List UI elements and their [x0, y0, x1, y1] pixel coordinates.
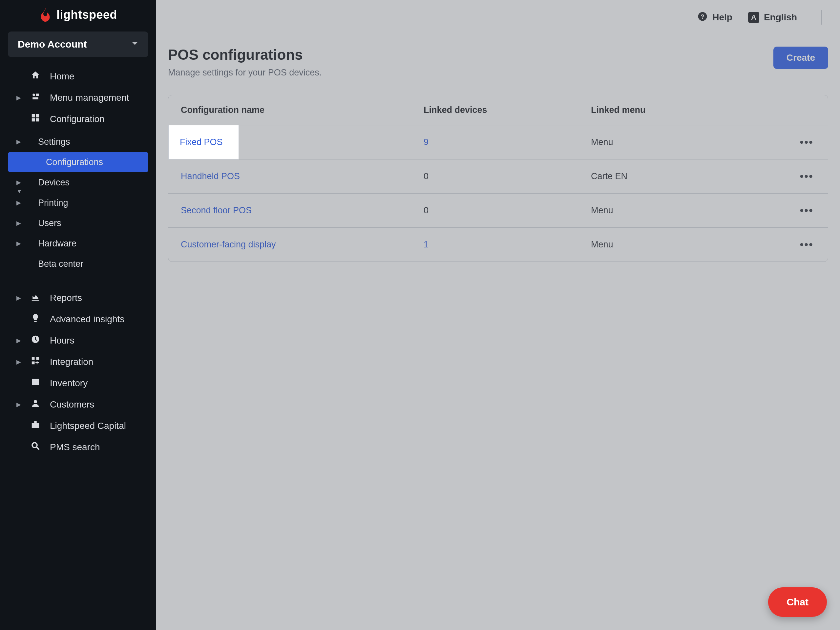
nav-menu-management[interactable]: Menu management: [0, 87, 156, 108]
nav-hardware[interactable]: Hardware: [0, 233, 156, 254]
linked-devices-count[interactable]: 1: [424, 240, 428, 249]
nav-label: Printing: [38, 198, 68, 208]
nav-advanced-insights[interactable]: Advanced insights: [0, 308, 156, 330]
nav-integration[interactable]: Integration: [0, 351, 156, 373]
language-label: English: [764, 12, 797, 23]
svg-point-0: [33, 93, 35, 96]
chevron-right-icon: ▶: [16, 358, 23, 366]
nav-settings[interactable]: Settings: [0, 131, 156, 152]
svg-rect-2: [33, 98, 38, 99]
nav-label: Users: [38, 218, 62, 228]
nav-pms-search[interactable]: PMS search: [0, 436, 156, 458]
config-name-link[interactable]: Handheld POS: [181, 171, 240, 181]
svg-rect-8: [32, 357, 35, 360]
svg-rect-1: [36, 93, 39, 96]
nav-printing[interactable]: Printing: [0, 193, 156, 213]
nav-label: Devices: [38, 177, 69, 188]
nav-configuration-children: ▶ Settings Configurations ▶ Devices ▶ Pr…: [0, 129, 156, 274]
nav-label: Settings: [38, 137, 70, 147]
nav-label: Inventory: [50, 378, 88, 388]
config-name-link[interactable]: Second floor POS: [181, 205, 252, 215]
table-row: Fixed POS9Menu•••: [168, 125, 828, 159]
sidebar: lightspeed Demo Account Home ▶ Menu mana…: [0, 0, 156, 630]
row-actions-button[interactable]: •••: [787, 194, 828, 228]
nav-label: Home: [50, 71, 74, 82]
svg-line-17: [37, 447, 39, 450]
nav-label: Hours: [50, 335, 74, 346]
row-actions-button[interactable]: •••: [787, 228, 828, 262]
svg-rect-9: [36, 357, 39, 360]
nav-label: Menu management: [50, 93, 129, 103]
svg-point-16: [32, 443, 37, 448]
svg-rect-15: [34, 421, 37, 423]
linked-devices-count[interactable]: 9: [424, 137, 428, 147]
chart-icon: [30, 292, 41, 304]
nav-label: Advanced insights: [50, 314, 124, 325]
menu-icon: [30, 92, 41, 104]
nav-lightspeed-capital[interactable]: Lightspeed Capital: [0, 415, 156, 436]
account-label: Demo Account: [18, 39, 87, 50]
language-badge-icon: A: [748, 12, 759, 23]
chevron-right-icon: ▶: [16, 199, 23, 206]
svg-rect-10: [32, 362, 35, 365]
linked-devices-count: 0: [424, 171, 428, 181]
linked-menu: Menu: [578, 194, 787, 228]
svg-rect-14: [32, 423, 39, 428]
help-label: Help: [712, 12, 733, 23]
svg-point-13: [34, 400, 37, 403]
nav-users[interactable]: Users: [0, 213, 156, 233]
nav-beta-center[interactable]: Beta center: [0, 254, 156, 274]
row-actions-button[interactable]: •••: [787, 125, 828, 159]
linked-menu: Menu: [578, 125, 787, 159]
user-icon: [30, 398, 41, 411]
th-name: Configuration name: [168, 95, 411, 125]
svg-text:?: ?: [701, 13, 704, 20]
language-switcher[interactable]: A English: [748, 12, 797, 23]
nav-devices[interactable]: Devices: [0, 172, 156, 193]
nav-configuration[interactable]: Configuration: [0, 108, 156, 129]
nav-configurations[interactable]: Configurations: [8, 152, 148, 172]
row-actions-button[interactable]: •••: [787, 159, 828, 194]
home-icon: [30, 70, 41, 82]
svg-rect-3: [32, 114, 35, 117]
svg-rect-5: [32, 118, 35, 122]
chevron-right-icon: ▶: [16, 294, 23, 302]
svg-rect-12: [32, 379, 39, 380]
brand-name: lightspeed: [57, 8, 117, 22]
nav-reports[interactable]: Reports: [0, 287, 156, 308]
nav-label: Customers: [50, 399, 94, 410]
chevron-right-icon: ▶: [16, 240, 23, 247]
table-row: Second floor POS0Menu•••: [168, 194, 828, 228]
help-button[interactable]: ? Help: [697, 11, 733, 24]
linked-menu: Carte EN: [578, 159, 787, 194]
table-row: Handheld POS0Carte EN•••: [168, 159, 828, 194]
nav-home[interactable]: Home: [0, 66, 156, 87]
briefcase-icon: [30, 420, 41, 432]
nav-label: PMS search: [50, 442, 100, 453]
svg-rect-6: [36, 118, 39, 122]
page: POS configurations Manage settings for y…: [156, 35, 840, 274]
nav-inventory[interactable]: Inventory: [0, 373, 156, 394]
linked-menu: Menu: [578, 228, 787, 262]
caret-down-icon: [131, 40, 139, 49]
chevron-right-icon: ▶: [16, 219, 23, 227]
create-button[interactable]: Create: [774, 47, 828, 69]
configurations-table: Configuration name Linked devices Linked…: [168, 95, 828, 262]
flame-icon: [39, 8, 51, 22]
grid-icon: [30, 113, 41, 125]
chat-button[interactable]: Chat: [768, 587, 827, 617]
svg-rect-4: [36, 114, 39, 117]
nav-label: Beta center: [38, 259, 83, 269]
nav: Home ▶ Menu management ▼ Configuration ▶: [0, 64, 156, 458]
nav-hours[interactable]: Hours: [0, 330, 156, 351]
linked-devices-count: 0: [424, 205, 428, 215]
config-name-link[interactable]: Fixed POS: [181, 137, 224, 147]
account-switcher[interactable]: Demo Account: [8, 32, 148, 57]
table-row: Customer-facing display1Menu•••: [168, 228, 828, 262]
nav-label: Hardware: [38, 238, 76, 249]
nav-label: Configurations: [46, 157, 103, 167]
chevron-right-icon: ▶: [16, 94, 23, 101]
config-name-link[interactable]: Customer-facing display: [181, 240, 276, 249]
main: ? Help A English POS configurations Mana…: [156, 0, 840, 630]
nav-customers[interactable]: Customers: [0, 394, 156, 415]
